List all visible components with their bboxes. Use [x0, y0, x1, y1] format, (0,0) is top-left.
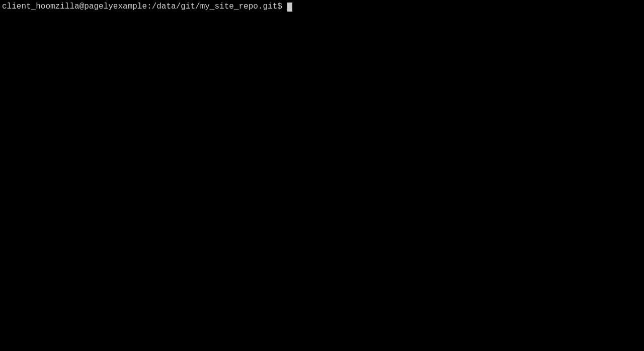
cursor-icon — [287, 3, 292, 12]
shell-prompt: client_hoomzilla@pagelyexample:/data/git… — [2, 2, 282, 12]
terminal-prompt-line[interactable]: client_hoomzilla@pagelyexample:/data/git… — [2, 2, 642, 12]
